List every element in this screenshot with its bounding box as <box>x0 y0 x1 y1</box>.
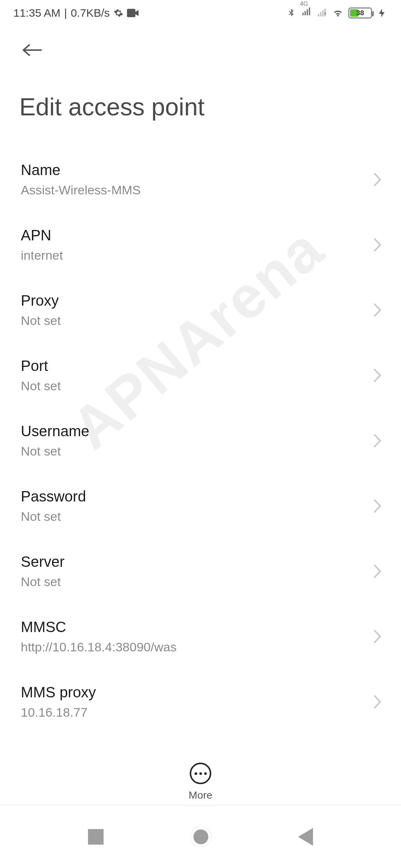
charging-icon <box>377 8 388 18</box>
row-value: 10.16.18.77 <box>21 705 362 720</box>
gear-icon <box>114 8 123 18</box>
row-username[interactable]: Username Not set <box>0 408 401 473</box>
camera-icon <box>127 9 140 17</box>
battery-icon: 38 <box>348 7 372 19</box>
status-bar: 11:35 AM | 0.7KB/s 4G 38 <box>0 0 401 26</box>
page-title: Edit access point <box>19 93 382 121</box>
row-label: MMS proxy <box>21 684 362 701</box>
back-button[interactable] <box>19 37 45 63</box>
chevron-right-icon <box>374 499 382 513</box>
chevron-right-icon <box>374 368 382 382</box>
system-nav-bar <box>0 805 401 868</box>
row-value: Not set <box>21 444 362 458</box>
row-value: Not set <box>21 509 362 524</box>
arrow-left-icon <box>21 43 43 57</box>
status-network-label: 4G <box>300 1 308 7</box>
signal-none-icon <box>317 8 327 18</box>
row-label: Proxy <box>21 292 362 309</box>
row-label: Username <box>21 423 362 440</box>
row-password[interactable]: Password Not set <box>0 473 401 539</box>
more-label: More <box>189 789 212 801</box>
row-label: Name <box>21 162 362 178</box>
settings-list: Name Assist-Wireless-MMS APN internet Pr… <box>0 147 401 723</box>
row-name[interactable]: Name Assist-Wireless-MMS <box>0 147 401 212</box>
row-value: Not set <box>21 313 362 328</box>
chevron-right-icon <box>374 629 382 644</box>
chevron-right-icon <box>374 172 382 187</box>
chevron-right-icon <box>374 238 382 252</box>
more-icon <box>190 763 211 784</box>
row-value: internet <box>21 248 362 263</box>
nav-back-button[interactable] <box>298 828 313 846</box>
signal-4g-icon <box>301 7 312 17</box>
chevron-right-icon <box>374 434 382 448</box>
wifi-icon <box>333 8 343 18</box>
nav-recent-button[interactable] <box>88 829 104 845</box>
row-value: http://10.16.18.4:38090/was <box>21 640 362 654</box>
more-menu[interactable]: More <box>0 763 401 801</box>
row-value: Not set <box>21 379 362 393</box>
row-apn[interactable]: APN internet <box>0 212 401 277</box>
header: Edit access point <box>0 26 401 147</box>
status-time: 11:35 AM <box>13 7 61 19</box>
row-server[interactable]: Server Not set <box>0 539 401 604</box>
chevron-right-icon <box>374 564 382 578</box>
row-label: APN <box>21 227 362 244</box>
chevron-right-icon <box>374 695 382 709</box>
row-label: Server <box>21 553 362 570</box>
row-port[interactable]: Port Not set <box>0 343 401 408</box>
row-mms-proxy[interactable]: MMS proxy 10.16.18.77 <box>0 669 401 723</box>
battery-percent: 38 <box>349 9 371 17</box>
nav-home-button[interactable] <box>190 826 211 847</box>
row-value: Assist-Wireless-MMS <box>21 183 362 197</box>
row-mmsc[interactable]: MMSC http://10.16.18.4:38090/was <box>0 604 401 669</box>
bluetooth-icon <box>286 8 296 18</box>
row-label: Port <box>21 358 362 374</box>
row-label: Password <box>21 488 362 505</box>
row-label: MMSC <box>21 619 362 635</box>
row-proxy[interactable]: Proxy Not set <box>0 277 401 343</box>
row-value: Not set <box>21 575 362 589</box>
status-net-speed: 0.7KB/s <box>71 7 110 19</box>
chevron-right-icon <box>374 303 382 317</box>
status-separator: | <box>64 7 67 19</box>
